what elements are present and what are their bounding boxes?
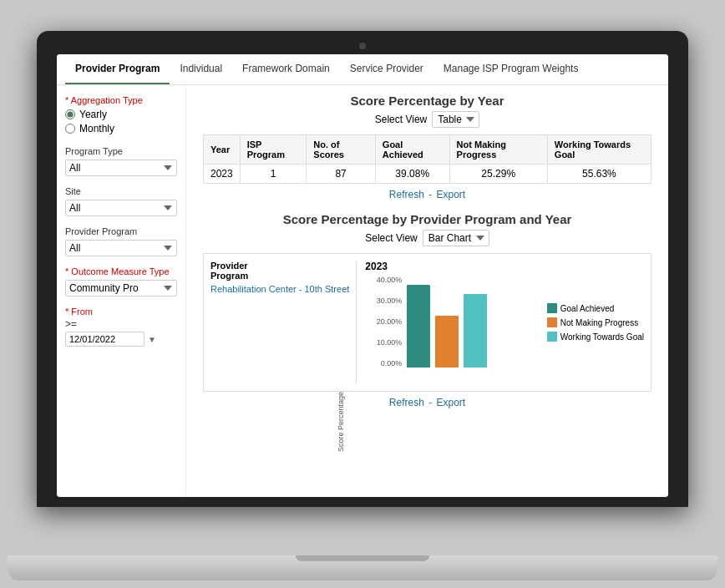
score-by-year-title: Score Percentage by Year: [203, 94, 651, 108]
col-isp: ISP Program: [240, 135, 307, 165]
score-by-program-view-select[interactable]: Bar Chart: [423, 230, 489, 246]
nav-bar: Provider Program Individual Framework Do…: [57, 54, 668, 85]
outcome-measure-filter: * Outcome Measure Type Community Pro: [65, 266, 177, 297]
main-content: Score Percentage by Year Select View Tab…: [186, 85, 668, 497]
y-label-3: 20.00%: [377, 317, 403, 326]
col-year: Year: [204, 135, 241, 165]
tab-manage-isp[interactable]: Manage ISP Program Weights: [433, 54, 589, 84]
select-view-label-2: Select View: [365, 232, 417, 244]
from-filter: * From >= ▼: [65, 307, 177, 347]
outcome-measure-select[interactable]: Community Pro: [65, 280, 177, 297]
cell-goal: 39.08%: [375, 165, 449, 184]
score-by-year-view-row: Select View Table: [203, 111, 651, 128]
refresh-link-1[interactable]: Refresh: [389, 189, 424, 200]
y-label-4: 10.00%: [377, 338, 403, 347]
export-link-1[interactable]: Export: [437, 189, 466, 200]
y-label-2: 30.00%: [377, 297, 403, 305]
tab-provider-program[interactable]: Provider Program: [65, 54, 170, 84]
legend-label-not-making: Not Making Progress: [560, 318, 638, 327]
x-axis-label: Score Percentage: [337, 392, 345, 452]
col-working: Working Towards Goal: [547, 135, 651, 165]
table-row: 2023 1 87 39.08% 25.29% 55.63%: [204, 165, 651, 184]
laptop-base: [8, 555, 717, 580]
legend-working: Working Towards Goal: [547, 332, 644, 342]
cell-isp: 1: [240, 165, 307, 184]
radio-monthly[interactable]: [65, 124, 75, 134]
chart-area: 2023 40.00% 30.00% 20.00% 10.00% 0.00%: [365, 261, 531, 384]
site-filter: Site All: [65, 186, 177, 216]
y-label-1: 40.00%: [377, 276, 403, 284]
chart-provider-col: ProviderProgram Rehabilitation Center - …: [210, 261, 357, 384]
chart-wrap: ProviderProgram Rehabilitation Center - …: [203, 253, 651, 392]
aggregation-type-label: * Aggregation Type: [65, 95, 177, 105]
legend-color-not-making: [547, 317, 557, 327]
score-by-program-view-row: Select View Bar Chart: [203, 230, 651, 246]
refresh-export-2: Refresh - Export: [203, 397, 651, 408]
cell-working: 55.63%: [547, 165, 651, 184]
site-label: Site: [65, 186, 177, 196]
col-goal: Goal Achieved: [375, 135, 449, 165]
tab-individual[interactable]: Individual: [170, 54, 232, 84]
y-label-5: 0.00%: [381, 359, 403, 368]
content-area: * Aggregation Type Yearly Monthly Progra…: [57, 85, 668, 497]
radio-yearly[interactable]: [65, 109, 75, 119]
calendar-icon[interactable]: ▼: [148, 335, 156, 344]
score-by-program-title: Score Percentage by Provider Program and…: [203, 212, 651, 226]
camera-dot: [359, 43, 366, 49]
date-input-wrap: ▼: [65, 332, 177, 347]
col-not-making: Not Making Progress: [449, 135, 547, 165]
provider-program-label: Provider Program: [65, 226, 177, 236]
laptop-screen: Provider Program Individual Framework Do…: [57, 54, 668, 497]
score-by-year-table: Year ISP Program No. of Scores Goal Achi…: [203, 134, 651, 184]
cell-not-making: 25.29%: [449, 165, 547, 184]
col-scores: No. of Scores: [307, 135, 376, 165]
bar-chart: 40.00% 30.00% 20.00% 10.00% 0.00%: [365, 276, 531, 368]
bar-working-towards: [464, 294, 487, 368]
export-link-2[interactable]: Export: [437, 397, 466, 408]
provider-program-select[interactable]: All: [65, 240, 177, 256]
score-by-year-view-select[interactable]: Table: [432, 111, 479, 128]
outcome-measure-label: * Outcome Measure Type: [65, 266, 177, 276]
legend-not-making: Not Making Progress: [547, 317, 644, 327]
site-select[interactable]: All: [65, 200, 177, 216]
provider-program-header: ProviderProgram: [210, 261, 349, 281]
bar-goal-achieved: [407, 285, 430, 368]
program-type-select[interactable]: All: [65, 160, 177, 176]
legend-label-goal: Goal Achieved: [560, 304, 615, 313]
select-view-label-1: Select View: [375, 114, 427, 125]
legend-color-goal: [547, 303, 557, 313]
aggregation-radio-group: Yearly Monthly: [65, 109, 177, 134]
x-axis-area: Score Percentage: [365, 368, 531, 384]
chart-year: 2023: [365, 261, 531, 272]
legend-label-working: Working Towards Goal: [560, 332, 644, 342]
program-type-filter: Program Type All: [65, 146, 177, 176]
from-label: * From: [65, 307, 177, 317]
refresh-export-1: Refresh - Export: [203, 189, 651, 200]
bar-not-making: [435, 316, 459, 368]
legend-color-working: [547, 332, 557, 342]
from-date-input[interactable]: [65, 332, 144, 347]
tab-service-provider[interactable]: Service Provider: [340, 54, 433, 84]
tab-framework-domain[interactable]: Framework Domain: [232, 54, 340, 84]
refresh-link-2[interactable]: Refresh: [389, 397, 424, 408]
program-type-label: Program Type: [65, 146, 177, 156]
laptop-base-notch: [296, 555, 429, 561]
sidebar: * Aggregation Type Yearly Monthly Progra…: [57, 85, 186, 497]
from-operator: >=: [65, 318, 177, 330]
legend-goal: Goal Achieved: [547, 303, 644, 313]
chart-legend: Goal Achieved Not Making Progress Workin…: [540, 261, 644, 384]
radio-yearly-label: Yearly: [79, 109, 107, 120]
radio-monthly-label: Monthly: [79, 123, 114, 134]
provider-link[interactable]: Rehabilitation Center - 10th Street: [210, 284, 349, 294]
provider-program-filter: Provider Program All: [65, 226, 177, 256]
cell-scores: 87: [307, 165, 376, 184]
cell-year: 2023: [204, 165, 241, 184]
y-axis: 40.00% 30.00% 20.00% 10.00% 0.00%: [365, 276, 405, 368]
